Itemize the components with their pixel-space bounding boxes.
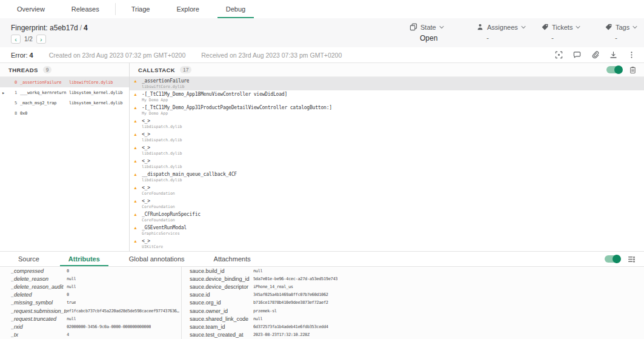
attribute-row: sauce.build_idnull — [182, 267, 644, 275]
frame-function: <_> — [142, 238, 163, 244]
callstack-frame[interactable]: ▲<_>CoreFoundation — [130, 197, 644, 210]
callstack-panel: CALLSTACK 17 ▲_assertionFailurelibswiftC… — [130, 63, 644, 251]
callstack-frame[interactable]: ▲<_>libdispatch.dylib — [130, 144, 644, 157]
tab-source[interactable]: Source — [4, 252, 54, 266]
view-list-icon[interactable] — [628, 255, 636, 263]
attribute-value: null — [67, 284, 76, 289]
warning-icon: ▲ — [130, 185, 142, 190]
tab-debug[interactable]: Debug — [213, 0, 259, 18]
thread-row[interactable]: ▶1___workq_kernreturnlibsystem_kernel.dy… — [0, 87, 129, 98]
attribute-row: sauce.device_binding_id5da7e01e-be96-4ce… — [182, 275, 644, 283]
kebab-menu-icon[interactable] — [628, 51, 636, 59]
callstack-frame[interactable]: ▲_CFRunLoopRunSpecificCoreFoundation — [130, 210, 644, 224]
frame-text: <_>libdispatch.dylib — [142, 145, 182, 156]
tab-global-annotations[interactable]: Global annotations — [115, 252, 199, 266]
fingerprint-bar: Fingerprint: a5eb17d/4 ‹ 1/2 › StateOpen… — [0, 18, 644, 48]
attribute-row: _delete_reason_auditnull — [0, 283, 181, 290]
threads-count-badge: 9 — [43, 66, 52, 73]
attribute-key: sauce.owner_id — [190, 308, 253, 314]
thread-row[interactable]: 80x0 — [0, 108, 129, 118]
download-icon[interactable] — [609, 51, 617, 59]
callstack-frame[interactable]: ▲<_>UIKitCore — [130, 237, 644, 250]
attributes-toggle[interactable] — [605, 255, 620, 263]
thread-id: 1 — [15, 90, 20, 95]
frame-function: -[_TtC11My_Demo_App18MenuViewController … — [142, 92, 287, 97]
dropdown-label: State — [420, 24, 436, 31]
thread-id: 5 — [15, 101, 20, 106]
frame-function: -[_TtC11My_Demo_App31ProductPageDetailVi… — [142, 105, 332, 110]
thread-function: 0x0 — [20, 111, 69, 116]
attribute-row: _request.truncatednull — [0, 315, 181, 323]
attribute-row: sauce.org_idb716ce17878b410e9dee3873ef72… — [182, 299, 644, 307]
attributes-panel: _compressed0_delete_reasonnull_delete_re… — [0, 267, 644, 339]
attribute-value: 6d372573fa1b4adeb41e6fdb353cedd4 — [253, 324, 328, 329]
callstack-frame[interactable]: ▲-[_TtC11My_Demo_App18MenuViewController… — [130, 90, 644, 104]
callstack-frame[interactable]: ▲<_>libdispatch.dylib — [130, 157, 644, 170]
attribute-row: _missing_symboltrue — [0, 299, 181, 307]
attribute-key: sauce.device_binding_id — [190, 276, 253, 282]
attribute-value: 4 — [67, 332, 69, 337]
attribute-value: null — [67, 277, 76, 281]
callstack-header: CALLSTACK 17 — [130, 63, 644, 77]
thread-row[interactable]: 5_mach_msg2_traplibsystem_kernel.dylib — [0, 98, 129, 108]
callstack-frame[interactable]: ▲<_>libdispatch.dylib — [130, 117, 644, 130]
tab-overview[interactable]: Overview — [4, 0, 58, 18]
tab-explore[interactable]: Explore — [163, 0, 212, 18]
attribute-key: _compressed — [11, 268, 67, 274]
attribute-key: sauce.device_descriptor — [190, 284, 253, 290]
frame-module: libswiftCore.dylib — [142, 85, 189, 89]
attribute-key: _delete_reason_audit — [11, 284, 67, 290]
frame-function: <_> — [142, 145, 182, 150]
thread-function: ___workq_kernreturn — [20, 90, 69, 95]
frame-module: My Demo App — [142, 112, 332, 116]
callstack-frames: ▲_assertionFailurelibswiftCore.dylib▲-[_… — [130, 77, 644, 251]
callstack-frame[interactable]: ▲-[_TtC11My_Demo_App31ProductPageDetailV… — [130, 104, 644, 117]
attribute-value: ef1fcabcb737cbf45a220ad28d5de598caceef97… — [67, 309, 179, 314]
callstack-frame[interactable]: ▲<_>CoreFoundation — [130, 184, 644, 197]
frame-text: _CFRunLoopRunSpecificCoreFoundation — [142, 212, 201, 223]
callstack-toggle[interactable] — [606, 66, 622, 73]
tab-triage[interactable]: Triage — [118, 0, 164, 18]
attribute-row: _deleted0 — [0, 291, 181, 299]
dropdown-tags[interactable]: Tags- — [605, 23, 637, 42]
attachment-icon[interactable] — [591, 51, 599, 59]
dropdown-state[interactable]: StateOpen — [410, 23, 444, 42]
attribute-key: sauce.team_id — [190, 324, 253, 330]
frame-text: -[_TtC11My_Demo_App31ProductPageDetailVi… — [142, 105, 332, 116]
warning-icon: ▲ — [130, 78, 142, 84]
ticket-icon — [541, 23, 549, 31]
callstack-frame[interactable]: ▲_assertionFailurelibswiftCore.dylib — [130, 77, 644, 90]
tab-attachments[interactable]: Attachments — [199, 252, 265, 266]
attribute-value: 5da7e01e-be96-4cec-a27d-a53ed519e743 — [253, 277, 337, 281]
dropdown-label: Tags — [616, 24, 629, 31]
dropdown-tickets[interactable]: Tickets- — [541, 23, 580, 42]
dropdown-value-assignees: - — [486, 34, 526, 42]
tab-releases[interactable]: Releases — [58, 0, 113, 18]
dropdown-label: Assignees — [487, 24, 518, 31]
attribute-row: sauce.device_descriptoriPhone_14_real_us — [182, 283, 644, 290]
copy-clipboard-icon[interactable] — [629, 66, 637, 74]
callstack-frame[interactable]: ▲_GSEventRunModalGraphicsServices — [130, 224, 644, 237]
comment-icon[interactable] — [573, 51, 581, 59]
frame-text: <_>libdispatch.dylib — [142, 132, 182, 143]
thread-id: 0 — [15, 80, 20, 85]
chevron-down-icon — [521, 25, 526, 29]
attribute-row: _compressed0 — [0, 267, 181, 275]
thread-row[interactable]: 0_assertionFailurelibswiftCore.dylib — [0, 77, 129, 87]
frame-function: <_> — [142, 198, 175, 204]
tab-attributes[interactable]: Attributes — [54, 252, 115, 266]
callstack-frame[interactable]: ▲__dispatch_main_queue_callback_4CFlibdi… — [130, 170, 644, 184]
attribute-value: true — [67, 300, 76, 305]
chevron-down-icon — [576, 25, 580, 29]
dropdown-assignees[interactable]: Assignees- — [476, 23, 526, 42]
warning-icon: ▲ — [130, 105, 142, 110]
focus-icon[interactable] — [555, 51, 563, 59]
received-timestamp: Received on 23rd Aug 2023 07:33 pm GMT+0… — [201, 52, 342, 59]
warning-icon: ▲ — [130, 198, 142, 204]
frame-module: libdispatch.dylib — [142, 152, 182, 156]
callstack-frame[interactable]: ▲<_>libdispatch.dylib — [130, 130, 644, 144]
detail-tab-list: SourceAttributesGlobal annotationsAttach… — [4, 252, 265, 266]
triage-dropdowns: StateOpenAssignees-Tickets-Tags- — [0, 18, 644, 47]
attribute-row: sauce.owner_idprzemek-sl — [182, 307, 644, 315]
tag-icon — [605, 23, 612, 31]
